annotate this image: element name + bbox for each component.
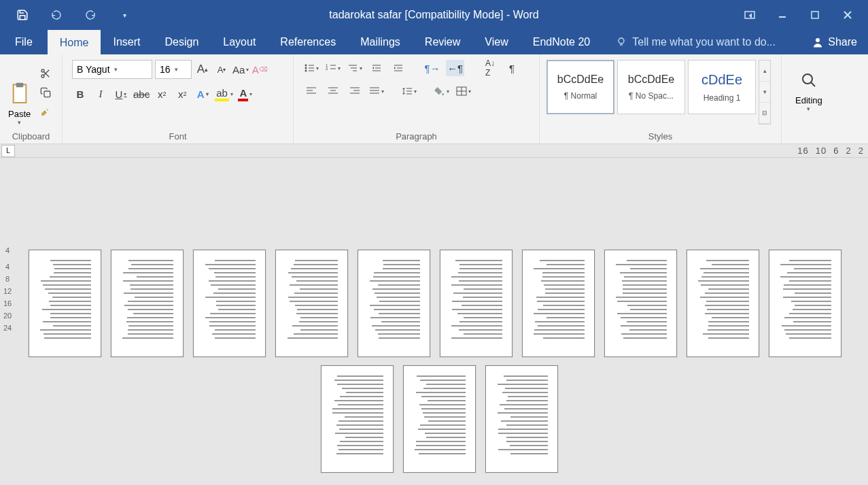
tab-file[interactable]: File bbox=[0, 30, 48, 54]
align-right-button[interactable] bbox=[347, 83, 363, 99]
subscript-button[interactable]: x2 bbox=[154, 86, 170, 102]
style-nospacing[interactable]: bCcDdEe ¶ No Spac... bbox=[617, 60, 685, 114]
style-heading1[interactable]: cDdEe Heading 1 bbox=[688, 60, 756, 114]
align-center-button[interactable] bbox=[325, 83, 341, 99]
page-thumbnail[interactable] bbox=[358, 250, 430, 357]
text-effects-button[interactable]: A bbox=[194, 86, 211, 102]
clear-format-button[interactable]: A⌫ bbox=[251, 61, 268, 78]
justify-icon bbox=[369, 86, 380, 96]
ribbon-tabs: File Home Insert Design Layout Reference… bbox=[0, 30, 868, 54]
ltr-button[interactable]: ¶→ bbox=[424, 60, 440, 76]
group-paragraph: 12 ¶→ ←¶ A↓Z ¶ bbox=[294, 54, 540, 144]
tab-selector[interactable]: L bbox=[1, 145, 15, 157]
numbering-icon: 12 bbox=[326, 63, 336, 73]
font-name-combo[interactable]: B Yagut▾ bbox=[72, 60, 152, 79]
sort-button[interactable]: A↓Z bbox=[482, 60, 498, 76]
bullets-button[interactable] bbox=[303, 60, 319, 76]
ruler-mark: 2 bbox=[846, 146, 852, 156]
numbering-button[interactable]: 12 bbox=[325, 60, 341, 76]
gallery-up-icon[interactable]: ▴ bbox=[759, 61, 770, 82]
page-thumbnail[interactable] bbox=[604, 250, 677, 357]
superscript-button[interactable]: x2 bbox=[174, 86, 190, 102]
tab-endnote[interactable]: EndNote 20 bbox=[521, 30, 603, 54]
page-thumbnail[interactable] bbox=[321, 365, 394, 473]
format-painter-button[interactable] bbox=[37, 103, 54, 120]
ruler-mark: 12 bbox=[3, 287, 12, 295]
ruler-mark: 8 bbox=[5, 275, 10, 283]
bold-button[interactable]: B bbox=[72, 86, 88, 102]
justify-button[interactable] bbox=[368, 83, 385, 99]
decrease-indent-button[interactable] bbox=[368, 60, 385, 76]
ruler-mark: 24 bbox=[3, 324, 12, 332]
page-thumbnail[interactable] bbox=[29, 250, 101, 357]
cut-button[interactable] bbox=[37, 65, 54, 82]
borders-button[interactable] bbox=[455, 83, 472, 99]
svg-rect-2 bbox=[812, 12, 818, 18]
chevron-down-icon[interactable]: ▾ bbox=[807, 105, 810, 112]
align-left-button[interactable] bbox=[303, 83, 319, 99]
svg-point-54 bbox=[803, 74, 812, 84]
svg-point-11 bbox=[41, 75, 44, 78]
font-size-combo[interactable]: 16▾ bbox=[155, 60, 192, 79]
editing-label[interactable]: Editing bbox=[795, 95, 822, 105]
indent-icon bbox=[393, 63, 404, 73]
page-thumbnail[interactable] bbox=[275, 250, 348, 357]
page-thumbnail[interactable] bbox=[769, 250, 841, 357]
page-thumbnail[interactable] bbox=[687, 250, 759, 357]
tab-mailings[interactable]: Mailings bbox=[348, 30, 413, 54]
gallery-expand-icon[interactable]: ⊟ bbox=[759, 103, 770, 124]
rtl-button[interactable]: ←¶ bbox=[446, 60, 464, 76]
minimize-icon[interactable] bbox=[767, 5, 797, 25]
strike-button[interactable]: abc bbox=[133, 86, 150, 102]
tab-review[interactable]: Review bbox=[413, 30, 472, 54]
save-icon[interactable] bbox=[12, 5, 33, 25]
style-name: Heading 1 bbox=[704, 93, 741, 103]
italic-button[interactable]: I bbox=[92, 86, 109, 102]
highlight-button[interactable]: ab bbox=[215, 86, 233, 102]
increase-indent-button[interactable] bbox=[390, 60, 406, 76]
multilevel-button[interactable] bbox=[347, 60, 363, 76]
ribbon-display-icon[interactable] bbox=[735, 5, 765, 25]
svg-line-55 bbox=[811, 82, 815, 86]
gallery-down-icon[interactable]: ▾ bbox=[759, 82, 770, 103]
chevron-down-icon: ▾ bbox=[18, 119, 21, 126]
tab-design[interactable]: Design bbox=[152, 30, 211, 54]
paste-button[interactable]: Paste ▾ bbox=[4, 57, 35, 127]
font-color-button[interactable]: A bbox=[237, 86, 254, 102]
share-icon bbox=[812, 36, 824, 48]
page-thumbnail[interactable] bbox=[193, 250, 266, 357]
page-thumbnail[interactable] bbox=[403, 365, 476, 473]
close-icon[interactable] bbox=[833, 5, 863, 25]
document-area[interactable]: 4 4 8 12 16 20 24 bbox=[0, 158, 868, 485]
tab-references[interactable]: References bbox=[268, 30, 348, 54]
copy-button[interactable] bbox=[37, 84, 54, 101]
title-bar: ▾ tadarokat safar [Compatibility Mode] -… bbox=[0, 0, 868, 30]
show-marks-button[interactable]: ¶ bbox=[504, 60, 520, 76]
tell-me-search[interactable]: Tell me what you want to do... bbox=[602, 30, 801, 54]
tab-home[interactable]: Home bbox=[48, 30, 101, 54]
grow-font-button[interactable]: A▴ bbox=[194, 61, 211, 78]
maximize-icon[interactable] bbox=[800, 5, 830, 25]
shading-button[interactable] bbox=[434, 83, 450, 99]
tab-layout[interactable]: Layout bbox=[211, 30, 268, 54]
undo-icon[interactable] bbox=[46, 5, 67, 25]
spacing-icon bbox=[402, 86, 413, 96]
page-thumbnail[interactable] bbox=[440, 250, 513, 357]
share-button[interactable]: Share bbox=[801, 30, 868, 54]
qat-customize-icon[interactable]: ▾ bbox=[114, 5, 135, 25]
underline-button[interactable]: U bbox=[113, 86, 129, 102]
ruler-mark: 20 bbox=[3, 312, 12, 320]
page-thumbnail[interactable] bbox=[485, 365, 558, 473]
change-case-button[interactable]: Aa bbox=[232, 61, 249, 78]
group-clipboard: Paste ▾ Clipboard bbox=[0, 54, 63, 144]
redo-icon[interactable] bbox=[80, 5, 101, 25]
tab-view[interactable]: View bbox=[472, 30, 520, 54]
ruler-mark: 4 bbox=[5, 246, 10, 254]
search-icon[interactable] bbox=[801, 72, 817, 88]
page-thumbnail[interactable] bbox=[522, 250, 595, 357]
tab-insert[interactable]: Insert bbox=[101, 30, 152, 54]
page-thumbnail[interactable] bbox=[111, 250, 184, 357]
style-normal[interactable]: bCcDdEe ¶ Normal bbox=[546, 60, 614, 114]
shrink-font-button[interactable]: A▾ bbox=[213, 61, 230, 78]
line-spacing-button[interactable] bbox=[401, 83, 417, 99]
